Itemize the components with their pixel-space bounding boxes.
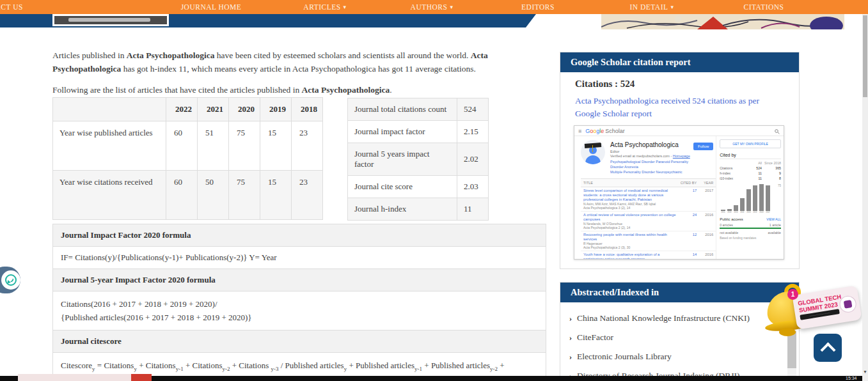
journal-artwork	[601, 14, 844, 29]
year-header-empty	[53, 98, 166, 121]
gs-article-source: Acta Psychopathologica 2 (2), 14	[583, 226, 679, 229]
nav-item[interactable]: CITATIONS	[744, 0, 787, 14]
stat-label: Journal total citations count	[348, 98, 457, 121]
year-header: 2021	[198, 98, 229, 121]
gs-article-source: Acta Psychopathologica 3 (2), 14	[583, 206, 679, 210]
gs-cited-count: 14	[679, 253, 697, 260]
year-header: 2020	[229, 98, 260, 121]
gs-cited-count: 24	[679, 213, 697, 229]
nav-item-label: EDITORS	[521, 3, 555, 11]
avatar	[581, 140, 605, 164]
year-header: 2022	[166, 98, 198, 121]
gs-chart-bar	[746, 189, 751, 211]
gs-metric-row: i10-index118	[720, 176, 781, 180]
chevron-down-icon: ▾	[450, 4, 453, 10]
year-header: 2018	[292, 98, 323, 121]
gs-article-title: A critical review of sexual violence pre…	[583, 213, 679, 222]
row-label: Year wise published articles	[53, 121, 166, 171]
nav-item[interactable]: AUTHORS ▾	[411, 0, 454, 14]
formula-line: {Published articles(2016 + 2017 + 2018 +…	[61, 311, 538, 324]
nav-item[interactable]: ARTICLES ▾	[303, 0, 346, 14]
gs-chart-bar	[766, 185, 770, 211]
journal-stats-table: Journal total citations count524 Journal…	[347, 98, 489, 221]
impact-factor-formula-title: Journal Impact Factor 2020 formula	[53, 224, 546, 247]
table-row: Year wise published articles 60 51 75 15…	[53, 121, 323, 171]
nav-item[interactable]: EDITORS	[521, 0, 557, 14]
citescore-title: Journal citescore	[53, 330, 546, 353]
cell-value: 51	[198, 121, 229, 171]
citations-count: Citations : 524	[575, 79, 799, 89]
journal-name-bold: Acta Psychopathologica	[302, 85, 390, 95]
google-scholar-screenshot[interactable]: ≡ GoogleScholar Acta Psychopathologica E…	[574, 125, 784, 260]
stat-value: 2.15	[457, 121, 489, 143]
table-row: Journal h-index11	[348, 198, 489, 221]
gs-article-title: Youth have a voice: qualitative explorat…	[583, 253, 679, 260]
impact-factor-formula: IF= Citations(y)/{Publications(y-1)+ Pub…	[53, 247, 546, 269]
intro-text: Articles published in	[52, 51, 127, 60]
gs-article-list: Stress level comparison of medical and n…	[581, 187, 716, 260]
stat-value: 11	[457, 198, 489, 221]
table-row: Journal 5 years impact factor2.02	[348, 143, 489, 176]
gs-chart-bar	[753, 185, 757, 211]
stat-label: Journal impact factor	[348, 121, 457, 143]
gs-cited-count: 12	[679, 233, 697, 249]
gs-article-row: A critical review of sexual violence pre…	[581, 212, 716, 231]
cell-value: 75	[229, 121, 260, 171]
cell-value: 15	[260, 121, 292, 171]
search-icon	[775, 125, 780, 137]
gs-access-row: 0 articles1 article	[720, 223, 781, 227]
gs-verified-email: Verified email at medpubscholars.com - H…	[610, 154, 693, 158]
stat-value: 2.02	[457, 143, 489, 176]
gs-chart-bar	[734, 205, 738, 211]
nav-item[interactable]: IN DETAIL ▾	[629, 0, 674, 14]
five-year-formula: Citations(2016 + 2017 + 2018 + 2019 + 20…	[53, 292, 546, 330]
cell-value: 60	[166, 171, 198, 220]
gs-metric-row: h-index119	[720, 171, 781, 175]
gs-article-year: 2016	[697, 233, 713, 249]
intro-text: have been cited by esteemed scholars and…	[214, 51, 470, 60]
page-scrollbar[interactable]: ▼	[862, 14, 868, 381]
gs-article-row: Stress level comparison of medical and n…	[581, 187, 716, 212]
gs-article-table-header: TITLE CITED BY YEAR	[581, 178, 716, 187]
gs-chart-bar	[759, 184, 764, 211]
indexed-item-label: Electronic Journals Library	[577, 352, 672, 362]
intro-paragraph: Articles published in Acta Psychopatholo…	[52, 49, 507, 75]
notification-badge: 1	[787, 289, 798, 300]
following-text: Following are the list of articles that …	[52, 85, 302, 95]
gs-article-title: Stress level comparison of medical and n…	[583, 189, 679, 202]
gs-access-row: not availableavailable	[720, 231, 781, 235]
nav-item-label: CONTACT US	[0, 3, 23, 11]
gs-public-access: Public access VIEW ALL	[720, 217, 781, 221]
indexed-list-item[interactable]: › Electronic Journals Library	[569, 347, 799, 366]
nav-item[interactable]: CONTACT US	[0, 0, 26, 14]
gs-citations-chart: 75	[720, 184, 781, 211]
intro-text: has got h-index 11, which means every ar…	[121, 64, 476, 74]
gs-profile: Acta Psychopathologica Editor Verified e…	[581, 140, 716, 175]
gs-funding-note: Based on funding mandates	[720, 237, 781, 240]
scholar-report-link[interactable]: Acta Psychopathologica received 524 cita…	[575, 95, 784, 120]
year-header: 2019	[260, 98, 292, 121]
gs-profile-role: Editor	[610, 150, 693, 153]
gs-profile-name: Acta Psychopathologica	[610, 141, 693, 148]
google-scholar-logo: GoogleScholar	[585, 128, 625, 134]
chevron-right-icon: ›	[569, 352, 572, 362]
gs-chart-years: 20142015201620172018201920202021	[720, 211, 781, 214]
formula-table: Journal Impact Factor 2020 formula IF= C…	[52, 224, 546, 381]
gs-cited-count: 17	[679, 189, 697, 210]
nav-item-label: IN DETAIL	[629, 3, 668, 11]
gs-chart-bar	[721, 210, 725, 211]
bottom-bar-time: 15:34	[846, 376, 857, 381]
indexed-item-label: China National Knowledge Infrastructure …	[577, 313, 750, 323]
gs-homepage-link: Homepage	[673, 154, 690, 158]
whatsapp-button[interactable]	[0, 267, 20, 293]
gs-follow-button: Follow	[693, 143, 713, 150]
scrollbar-thumb[interactable]	[863, 15, 867, 97]
gs-article-year: 2016	[697, 253, 713, 260]
nav-item-label: ARTICLES	[303, 3, 340, 11]
nav-item[interactable]: JOURNAL HOME	[181, 0, 244, 14]
cell-value: 60	[166, 121, 198, 171]
year-wise-table: 2022 2021 2020 2019 2018 Year wise publi…	[52, 97, 323, 220]
scrollbar-down-arrow[interactable]: ▼	[862, 369, 868, 375]
gs-chart-bar	[740, 198, 745, 211]
nav-item-label: JOURNAL HOME	[181, 3, 242, 11]
